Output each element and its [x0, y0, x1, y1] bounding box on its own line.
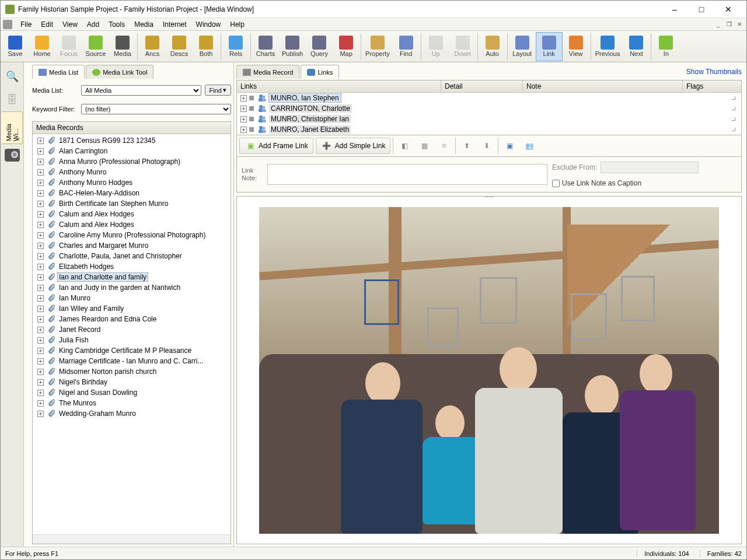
toolbar-charts-button[interactable]: Charts	[252, 32, 279, 61]
expand-icon[interactable]: +	[37, 411, 44, 417]
expand-icon[interactable]: +	[37, 159, 44, 165]
media-record-item[interactable]: +The Munros	[33, 398, 231, 408]
media-record-item[interactable]: +Anthony Munro Hodges	[33, 177, 231, 188]
mdi-close-button[interactable]: ✕	[735, 20, 744, 29]
expand-icon[interactable]: +	[37, 243, 44, 249]
close-icon[interactable]: ✕	[15, 136, 21, 142]
media-record-item[interactable]: +Nigel and Susan Dowling	[33, 387, 231, 398]
scrollbar-horizontal[interactable]	[33, 534, 231, 544]
toolbar-media-button[interactable]: Media	[109, 32, 136, 61]
tab-media-list[interactable]: Media List	[32, 65, 85, 79]
media-list-select[interactable]: All Media	[81, 85, 201, 96]
move-up-button[interactable]: ⬆	[458, 138, 476, 154]
maximize-button[interactable]: □	[688, 1, 715, 18]
menu-window[interactable]: Window	[191, 19, 226, 30]
toolbar-publish-button[interactable]: Publish	[279, 32, 306, 61]
mdi-restore-button[interactable]: ❐	[724, 20, 734, 29]
media-record-item[interactable]: +Janet Record	[33, 324, 231, 335]
media-record-item[interactable]: +James Reardon and Edna Cole	[33, 314, 231, 324]
people-tool-button[interactable]: 👥	[521, 138, 538, 154]
menu-media[interactable]: Media	[130, 19, 158, 30]
expand-icon[interactable]: +	[37, 148, 44, 155]
expand-icon[interactable]: +	[240, 95, 247, 102]
use-caption-checkbox[interactable]	[552, 180, 560, 187]
gripper-icon[interactable]	[477, 196, 501, 200]
menu-add[interactable]: Add	[82, 19, 104, 30]
expand-icon[interactable]: +	[37, 348, 44, 354]
expand-icon[interactable]: +	[37, 232, 44, 239]
add-frame-link-button[interactable]: ▣ Add Frame Link	[239, 138, 313, 154]
media-record-item[interactable]: +Caroline Amy Munro (Professional Photog…	[33, 230, 231, 240]
media-record-item[interactable]: +Ian and Charlotte and family	[33, 272, 231, 282]
show-frames-button[interactable]: ▣	[501, 138, 518, 154]
toolbar-find-button[interactable]: Find	[393, 32, 420, 61]
expand-icon[interactable]: +	[37, 337, 44, 344]
link-row[interactable]: +CARRINGTON, Charlotte	[237, 103, 741, 114]
media-record-item[interactable]: +Midsomer Norton parish church	[33, 366, 231, 377]
expand-icon[interactable]: +	[37, 274, 44, 281]
minimize-button[interactable]: –	[661, 1, 688, 18]
toolbar-next-button[interactable]: Next	[623, 32, 650, 61]
media-record-item[interactable]: +Calum and Alex Hodges	[33, 219, 231, 230]
expand-icon[interactable]: +	[37, 327, 44, 333]
toolbar-in-button[interactable]: In	[652, 32, 679, 61]
expand-icon[interactable]: +	[37, 211, 44, 218]
expand-icon[interactable]: +	[37, 222, 44, 228]
col-flags[interactable]: Flags	[683, 80, 741, 92]
image-viewer[interactable]	[236, 196, 742, 544]
toolbar-home-button[interactable]: Home	[29, 32, 55, 61]
media-record-item[interactable]: +Anna Munro (Professional Photograph)	[33, 156, 231, 167]
toolbar-both-button[interactable]: Both	[193, 32, 219, 61]
link-row[interactable]: +MUNRO, Ian Stephen	[237, 93, 741, 103]
toolbar-save-button[interactable]: Save	[2, 32, 29, 61]
media-record-item[interactable]: +Marriage Certificate - Ian Munro and C.…	[33, 356, 231, 366]
tab-links[interactable]: Links	[301, 65, 339, 79]
menu-view[interactable]: View	[58, 19, 82, 30]
keyword-filter-select[interactable]: (no filter)	[81, 104, 231, 114]
find-button[interactable]: Find ▾	[205, 85, 231, 96]
col-detail[interactable]: Detail	[441, 80, 523, 92]
menu-edit[interactable]: Edit	[36, 19, 58, 30]
expand-icon[interactable]: +	[37, 201, 44, 207]
toolbar-ancs-button[interactable]: Ancs	[139, 32, 166, 61]
expand-icon[interactable]: +	[37, 390, 44, 396]
expand-icon[interactable]: +	[37, 316, 44, 323]
expand-icon[interactable]: +	[37, 358, 44, 365]
col-note[interactable]: Note	[523, 80, 683, 92]
expand-icon[interactable]: +	[37, 169, 44, 176]
face-frame[interactable]	[621, 276, 655, 321]
tab-media-record[interactable]: Media Record	[236, 65, 299, 79]
add-simple-link-button[interactable]: ➕ Add Simple Link	[316, 138, 391, 154]
menu-tools[interactable]: Tools	[104, 19, 130, 30]
group-button[interactable]: ▦	[416, 138, 433, 154]
camera-icon[interactable]	[5, 149, 20, 162]
expand-icon[interactable]: +	[240, 106, 247, 112]
delete-button[interactable]: ✖	[435, 138, 453, 154]
link-row[interactable]: +MUNRO, Janet Elizabeth	[237, 124, 741, 135]
media-record-item[interactable]: +Nigel's Birthday	[33, 377, 231, 387]
media-record-item[interactable]: +Ian Wiley and Family	[33, 303, 231, 314]
expand-icon[interactable]: +	[37, 264, 44, 270]
magnifier-icon[interactable]: 🔍	[5, 69, 19, 83]
expand-icon[interactable]: +	[37, 295, 44, 302]
expand-icon[interactable]: +	[37, 379, 44, 386]
expand-icon[interactable]: +	[37, 253, 44, 260]
toolbar-map-button[interactable]: Map	[333, 32, 359, 61]
expand-icon[interactable]: +	[240, 116, 247, 123]
face-frame[interactable]	[480, 277, 517, 324]
expand-icon[interactable]: +	[37, 180, 44, 186]
toolbar-previous-button[interactable]: Previous	[592, 32, 623, 61]
database-icon[interactable]: 🗄	[5, 93, 19, 107]
expand-icon[interactable]: +	[37, 138, 44, 144]
toolbar-query-button[interactable]: Query	[306, 32, 333, 61]
expand-icon[interactable]: +	[37, 400, 44, 407]
expand-icon[interactable]: +	[37, 190, 44, 197]
media-record-item[interactable]: +Charles and Margaret Munro	[33, 240, 231, 251]
expand-icon[interactable]: +	[37, 285, 44, 291]
media-record-item[interactable]: +Ian Munro	[33, 293, 231, 303]
toolbar-auto-button[interactable]: Auto	[479, 32, 506, 61]
media-record-item[interactable]: +Calum and Alex Hodges	[33, 209, 231, 219]
mdi-minimize-button[interactable]: _	[714, 20, 723, 29]
col-links[interactable]: Links	[237, 80, 441, 92]
toolbar-view-button[interactable]: View	[563, 32, 589, 61]
